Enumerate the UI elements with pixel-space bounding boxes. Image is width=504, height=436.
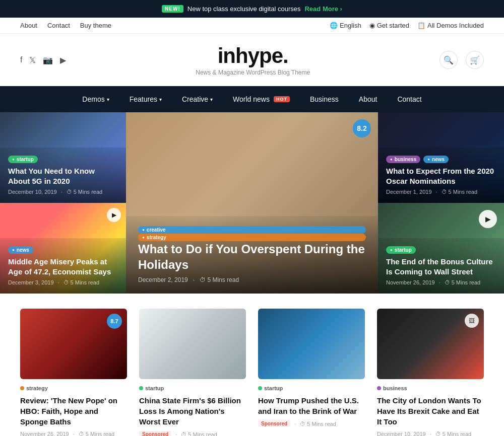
header-actions: 🔍 🛒 — [439, 51, 484, 69]
hero-center-overlay: creative strategy What to Do if You Over… — [126, 216, 378, 294]
image-icon-london: 🖼 — [465, 314, 479, 328]
card-china[interactable]: startup China State Firm's $6 Billion Lo… — [139, 309, 246, 436]
card-trump-read: ⏱ 5 Mins read — [300, 421, 336, 427]
card-trump-sponsored: Sponsored — [258, 420, 290, 427]
tag-startup-bonus: startup — [386, 246, 416, 254]
hero-center-title: What to Do if You Overspent During the H… — [138, 241, 366, 272]
hero-card-5g[interactable]: startup What You Need to Know About 5G i… — [0, 112, 126, 203]
tag-strategy: strategy — [138, 234, 366, 241]
about-link[interactable]: About — [20, 22, 37, 29]
nav-contact[interactable]: Contact — [387, 86, 431, 112]
hero-center-read: ⏱ 5 Mins read — [200, 276, 239, 283]
hero-left: startup What You Need to Know About 5G i… — [0, 112, 126, 294]
nav-demos[interactable]: Demos ▾ — [72, 86, 119, 112]
card-london[interactable]: 🖼 business The City of London Wants To H… — [377, 309, 484, 436]
nav-creative[interactable]: Creative ▾ — [172, 86, 223, 112]
hero-bonus-date: November 26, 2019 — [386, 279, 435, 285]
hero-bonus-read: ⏱ 5 Mins read — [445, 279, 480, 285]
card-china-tag: startup — [139, 385, 164, 391]
card-trump[interactable]: startup How Trump Pushed the U.S. and Ir… — [258, 309, 365, 436]
play-button-bonus[interactable]: ▶ — [479, 210, 497, 228]
cart-button[interactable]: 🛒 — [466, 51, 484, 69]
top-nav-links: About Contact Buy theme — [20, 22, 111, 29]
card-london-read: ⏱ 5 Mins read — [435, 431, 472, 436]
hero-card-center[interactable]: 8.2 creative strategy What to Do if You … — [126, 112, 378, 294]
hero-bonus-title: The End of the Bonus Culture Is Coming t… — [386, 257, 496, 276]
card-pope-tag: strategy — [20, 385, 48, 391]
hero-5g-read: ⏱ 5 Mins read — [67, 189, 102, 195]
all-demos-link[interactable]: 📋 All Demos Included — [417, 22, 484, 29]
hero-card-5g-overlay: startup What You Need to Know About 5G i… — [0, 148, 126, 203]
card-china-thumb — [139, 309, 246, 379]
site-header: f 𝕏 📷 ▶ inhype. News & Magazine WordPres… — [0, 34, 504, 86]
card-new-pope-thumb: 8.7 — [20, 309, 127, 379]
main-nav: Demos ▾ Features ▾ Creative ▾ World news… — [0, 86, 504, 112]
card-china-title: China State Firm's $6 Billion Loss Is Am… — [139, 395, 246, 427]
announcement-bar: NEW! New top class exclusive digital cou… — [0, 0, 504, 18]
tag-startup: startup — [8, 156, 38, 163]
nav-about[interactable]: About — [349, 86, 388, 112]
play-button-misery[interactable]: ▶ — [107, 208, 121, 222]
language-selector[interactable]: 🌐 English — [330, 22, 361, 29]
card-london-tag: business — [377, 385, 407, 391]
tag-creative: creative — [138, 226, 366, 234]
hero-oscar-title: What to Expect From the 2020 Oscar Nomin… — [386, 166, 496, 186]
hero-grid: startup What You Need to Know About 5G i… — [0, 112, 504, 294]
card-pope-date: November 26, 2019 — [20, 431, 69, 436]
card-new-pope[interactable]: 8.7 strategy Review: 'The New Pope' on H… — [20, 309, 127, 436]
hero-misery-title: Middle Age Misery Peaks at Age of 47.2, … — [8, 257, 118, 276]
card-london-date: December 10, 2019 — [377, 431, 426, 436]
facebook-icon[interactable]: f — [20, 55, 22, 65]
hero-5g-date: December 10, 2019 — [8, 189, 57, 195]
hero-card-bonus-overlay: startup The End of the Bonus Culture Is … — [378, 238, 504, 294]
card-pope-read: ⏱ 5 Mins read — [79, 431, 115, 436]
contact-link[interactable]: Contact — [47, 22, 70, 29]
tag-business-oscar: business — [386, 156, 420, 163]
hero-card-bonus[interactable]: ▶ startup The End of the Bonus Culture I… — [378, 203, 504, 294]
hero-card-misery[interactable]: ▶ news Middle Age Misery Peaks at Age of… — [0, 203, 126, 294]
hero-card-oscar-overlay: business news What to Expect From the 20… — [378, 148, 504, 203]
rating-badge-pope: 8.7 — [107, 314, 122, 329]
rating-badge-center: 8.2 — [353, 119, 371, 137]
card-china-sponsored: Sponsored — [139, 431, 171, 436]
hero-card-misery-overlay: news Middle Age Misery Peaks at Age of 4… — [0, 238, 126, 294]
hero-oscar-date: December 1, 2019 — [386, 189, 432, 195]
hero-5g-title: What You Need to Know About 5G in 2020 — [8, 166, 118, 186]
social-links: f 𝕏 📷 ▶ — [20, 55, 66, 65]
nav-features[interactable]: Features ▾ — [119, 86, 172, 112]
hero-right: business news What to Expect From the 20… — [378, 112, 504, 294]
buy-theme-link[interactable]: Buy theme — [80, 22, 111, 29]
site-logo[interactable]: inhype. News & Magazine WordPress Blog T… — [196, 44, 310, 76]
card-china-read: ⏱ 5 Mins read — [181, 431, 217, 437]
hero-misery-date: December 3, 2019 — [8, 279, 54, 285]
card-london-title: The City of London Wants To Have Its Bre… — [377, 395, 484, 427]
read-more-link[interactable]: Read More — [304, 5, 342, 13]
bottom-section: 8.7 strategy Review: 'The New Pope' on H… — [0, 294, 504, 436]
hero-center-date: December 2, 2019 — [138, 276, 188, 283]
bottom-cards-grid: 8.7 strategy Review: 'The New Pope' on H… — [20, 309, 484, 436]
nav-business[interactable]: Business — [300, 86, 349, 112]
card-trump-tag: startup — [258, 385, 283, 391]
search-button[interactable]: 🔍 — [439, 51, 458, 69]
get-started-link[interactable]: ◉ Get started — [369, 22, 409, 29]
new-badge: NEW! — [162, 5, 183, 13]
card-london-thumb: 🖼 — [377, 309, 484, 379]
hero-card-oscar[interactable]: business news What to Expect From the 20… — [378, 112, 504, 203]
tag-news-oscar: news — [423, 156, 449, 163]
announcement-text: New top class exclusive digital courses — [187, 5, 301, 13]
card-pope-title: Review: 'The New Pope' on HBO: Faith, Ho… — [20, 395, 127, 427]
hero-oscar-read: ⏱ 5 Mins read — [442, 189, 477, 195]
top-nav: About Contact Buy theme 🌐 English ◉ Get … — [0, 18, 504, 34]
tag-news: news — [8, 246, 33, 254]
instagram-icon[interactable]: 📷 — [43, 55, 53, 65]
youtube-icon[interactable]: ▶ — [60, 55, 66, 65]
top-nav-right: 🌐 English ◉ Get started 📋 All Demos Incl… — [330, 22, 484, 29]
twitter-icon[interactable]: 𝕏 — [29, 55, 36, 65]
card-trump-thumb — [258, 309, 365, 379]
nav-world-news[interactable]: World news HOT — [223, 86, 300, 112]
card-trump-title: How Trump Pushed the U.S. and Iran to th… — [258, 395, 365, 416]
hero-misery-read: ⏱ 5 Mins read — [64, 279, 99, 285]
